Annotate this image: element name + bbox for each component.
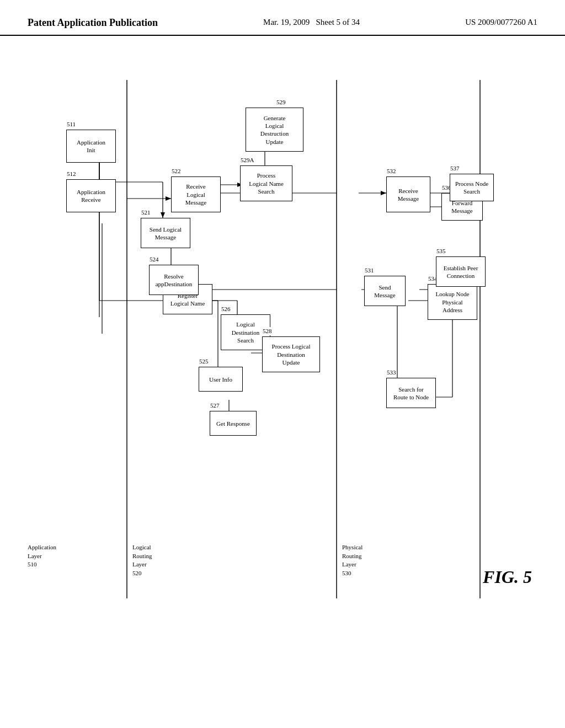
svg-marker-6 <box>161 212 165 218</box>
label-535: 535 <box>436 247 446 255</box>
node-522: 522 Receive Logical Message <box>171 176 221 212</box>
node-531: 531 Send Message <box>364 276 406 306</box>
label-531: 531 <box>365 266 374 274</box>
publication-date-sheet: Mar. 19, 2009 Sheet 5 of 34 <box>263 17 360 28</box>
label-537: 537 <box>450 164 460 172</box>
node-521: 521 Send Logical Message <box>141 218 190 248</box>
node-527: 527 Get Response <box>210 411 257 436</box>
label-521: 521 <box>141 208 151 216</box>
label-529: 529 <box>276 98 286 106</box>
label-525: 525 <box>199 357 209 365</box>
physical-layer-label: Physical Routing Layer 530 <box>342 543 397 577</box>
node-529a: 529A Process Logical Name Search <box>240 165 292 201</box>
node-511: 511 Application Init <box>66 130 116 163</box>
publication-number: US 2009/0077260 A1 <box>465 17 537 28</box>
label-524: 524 <box>150 255 159 263</box>
publication-title: Patent Application Publication <box>28 17 158 29</box>
figure-label: FIG. 5 <box>483 567 532 587</box>
node-534: 534 Lookup Node Physical Address <box>428 284 477 320</box>
svg-marker-13 <box>166 196 171 201</box>
node-532: 532 Receive Message <box>386 176 430 212</box>
node-533: 533 Search for Route to Node <box>386 378 436 408</box>
node-528: 528 Process Logical Destination Update <box>262 336 320 372</box>
label-512: 512 <box>67 170 76 178</box>
node-525: 525 User Info <box>199 367 243 392</box>
node-535: 535 Establish Peer Connection <box>436 256 486 287</box>
label-533: 533 <box>387 368 396 376</box>
label-529a: 529A <box>241 156 254 164</box>
svg-marker-35 <box>381 191 386 195</box>
node-512: 512 Application Receive <box>66 179 116 212</box>
application-layer-label: Application Layer 510 <box>28 543 83 569</box>
logical-layer-label: Logical Routing Layer 520 <box>132 543 188 577</box>
node-524: 524 Resolve appDestination <box>149 265 199 295</box>
label-527: 527 <box>210 402 220 409</box>
diagram-area: Application Layer 510 Logical Routing La… <box>0 36 565 698</box>
node-537: 537 Process Node Search <box>450 174 494 201</box>
label-526: 526 <box>221 305 231 313</box>
page-header: Patent Application Publication Mar. 19, … <box>0 0 565 36</box>
label-528: 528 <box>263 327 272 335</box>
label-511: 511 <box>67 120 76 128</box>
label-532: 532 <box>387 167 396 175</box>
label-522: 522 <box>172 167 181 175</box>
node-529: 529 Generate Logical Destruction Update <box>246 108 303 152</box>
